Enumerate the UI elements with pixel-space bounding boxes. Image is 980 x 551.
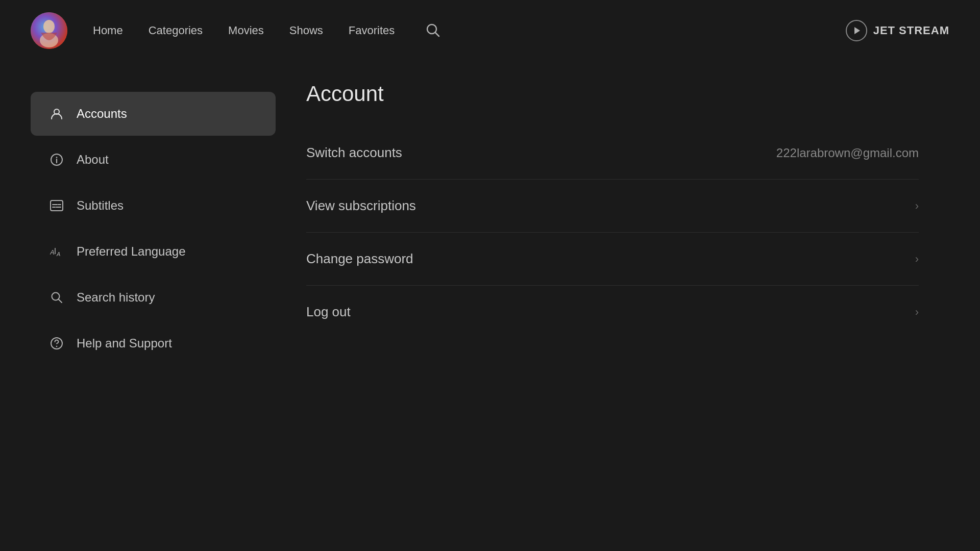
nav-categories[interactable]: Categories	[149, 24, 203, 37]
svg-rect-10	[51, 201, 63, 211]
help-icon	[49, 336, 64, 351]
log-out-label: Log out	[306, 304, 351, 320]
sidebar-item-accounts[interactable]: Accounts	[31, 92, 276, 136]
sidebar-label-search-history: Search history	[77, 290, 155, 305]
svg-line-4	[435, 33, 439, 36]
svg-point-21	[56, 346, 58, 347]
account-content: Account Switch accounts 222larabrown@gma…	[276, 82, 949, 531]
view-subscriptions-label: View subscriptions	[306, 198, 416, 214]
change-password-right: ›	[915, 253, 919, 266]
change-password-left: Change password	[306, 251, 413, 267]
nav-favorites[interactable]: Favorites	[349, 24, 395, 37]
person-icon	[49, 106, 64, 121]
nav-movies[interactable]: Movies	[228, 24, 264, 37]
brand: JET STREAM	[846, 20, 949, 41]
search-button[interactable]	[425, 22, 440, 39]
sidebar-item-preferred-language[interactable]: A A Preferred Language	[31, 230, 276, 273]
sidebar-item-subtitles[interactable]: Subtitles	[31, 184, 276, 228]
sidebar-item-help-and-support[interactable]: Help and Support	[31, 321, 276, 365]
sidebar-label-help-and-support: Help and Support	[77, 336, 172, 350]
change-password-label: Change password	[306, 251, 413, 267]
sidebar-label-subtitles: Subtitles	[77, 198, 124, 213]
svg-point-18	[52, 293, 60, 300]
brand-play-icon	[846, 20, 867, 41]
svg-point-9	[56, 157, 58, 158]
log-out-right: ›	[915, 306, 919, 319]
sidebar-label-preferred-language: Preferred Language	[77, 244, 186, 259]
svg-point-1	[43, 20, 55, 33]
content-title: Account	[306, 82, 919, 106]
switch-accounts-item[interactable]: Switch accounts 222larabrown@gmail.com	[306, 127, 919, 180]
sidebar-label-accounts: Accounts	[77, 107, 127, 121]
view-subscriptions-item[interactable]: View subscriptions ›	[306, 180, 919, 233]
sidebar-item-about[interactable]: About	[31, 138, 276, 182]
view-subscriptions-right: ›	[915, 199, 919, 213]
svg-line-19	[59, 299, 62, 303]
switch-accounts-right: 222larabrown@gmail.com	[776, 146, 919, 160]
subtitles-icon	[49, 198, 64, 213]
brand-name: JET STREAM	[873, 24, 949, 37]
svg-text:A: A	[56, 251, 60, 257]
switch-accounts-left: Switch accounts	[306, 145, 402, 161]
switch-accounts-label: Switch accounts	[306, 145, 402, 161]
chevron-right-icon-3: ›	[915, 306, 919, 319]
main-content: Accounts About	[0, 61, 980, 551]
sidebar: Accounts About	[31, 82, 276, 531]
search-history-icon	[49, 290, 64, 305]
sidebar-item-search-history[interactable]: Search history	[31, 276, 276, 319]
nav-links: Home Categories Movies Shows Favorites	[93, 22, 846, 39]
sidebar-label-about: About	[77, 153, 109, 167]
svg-text:A: A	[50, 248, 55, 256]
logo-avatar[interactable]	[31, 12, 67, 49]
svg-marker-5	[854, 27, 860, 34]
log-out-item[interactable]: Log out ›	[306, 286, 919, 338]
header: Home Categories Movies Shows Favorites J…	[0, 0, 980, 61]
switch-accounts-value: 222larabrown@gmail.com	[776, 146, 919, 160]
search-icon	[425, 22, 440, 38]
chevron-right-icon: ›	[915, 199, 919, 213]
info-icon	[49, 152, 64, 167]
view-subscriptions-left: View subscriptions	[306, 198, 416, 214]
chevron-right-icon-2: ›	[915, 253, 919, 266]
nav-shows[interactable]: Shows	[289, 24, 323, 37]
nav-home[interactable]: Home	[93, 24, 123, 37]
translate-icon: A A	[49, 244, 64, 259]
log-out-left: Log out	[306, 304, 351, 320]
change-password-item[interactable]: Change password ›	[306, 233, 919, 286]
